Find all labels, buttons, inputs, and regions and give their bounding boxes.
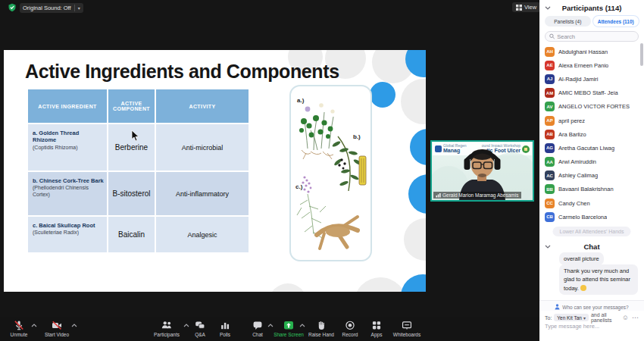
participant-row[interactable]: CC Candy Chen — [545, 196, 640, 210]
avatar-initials: AG — [546, 145, 553, 150]
participants-scrollbar[interactable] — [640, 43, 643, 66]
figure-label-c: c.) — [295, 183, 302, 190]
polls-icon — [219, 320, 231, 331]
avatar: CB — [545, 212, 555, 222]
smile-emoji-icon — [580, 285, 586, 291]
avatar-initials: AB — [546, 132, 553, 136]
participant-row[interactable]: AA Arwi Amiruddin — [545, 155, 640, 169]
botanical-figure-card: a.) b.) c.) — [289, 85, 372, 261]
participant-row[interactable]: AH Abdulghani Hassan — [545, 45, 640, 58]
chat-privacy-note[interactable]: Who can see your messages? — [539, 300, 644, 311]
ingredient-cell: b. Chinese Cork-Tree Bark (Phellodendri … — [28, 172, 107, 215]
audio-level-icon — [436, 192, 441, 198]
search-icon — [549, 33, 555, 39]
raise-hand-icon — [315, 320, 327, 331]
search-input[interactable] — [557, 33, 634, 40]
ingredient-name: b. Chinese Cork-Tree Bark — [33, 177, 104, 184]
whiteboards-button[interactable]: Whiteboards — [385, 320, 429, 337]
ingredients-table: ACTIVE INGREDIENT ACTIVE COMPONENT ACTIV… — [28, 89, 249, 252]
apps-icon — [370, 320, 383, 331]
participants-label: Participants — [154, 332, 180, 337]
avatar: AP — [545, 116, 555, 126]
emoji-picker-icon[interactable]: ☺ — [622, 314, 629, 321]
zoom-meeting-window: Original Sound: Off ▾ View Active Ingred… — [0, 0, 644, 341]
avatar: AE — [545, 61, 555, 70]
participant-row[interactable]: AP april perez — [545, 114, 640, 127]
mic-muted-icon — [13, 320, 25, 331]
ingredient-cell: a. Golden Thread Rhizome (Coptidis Rhizo… — [28, 124, 107, 170]
avatar: AB — [545, 130, 555, 139]
presenter-name: Gerald Marion Maramag Abesamis — [442, 192, 518, 198]
share-screen-icon — [283, 320, 295, 331]
participant-name: Candy Chen — [558, 200, 590, 207]
participant-name-tag: Gerald Marion Maramag Abesamis — [433, 192, 521, 199]
participant-name: Al-Radjid Jamiri — [558, 76, 599, 83]
botanical-illustration — [291, 86, 370, 260]
decorative-circle — [354, 277, 407, 292]
to-label: To: — [545, 315, 552, 321]
presenter-video-tile[interactable]: Global Regen Manag ound Impact Workshop … — [430, 140, 534, 202]
avatar: AV — [545, 102, 555, 111]
security-shield-icon — [8, 3, 17, 12]
chat-recipient-row: To: Yen Kit Tan ▾ and all panelists ☺ ⋯ — [545, 312, 639, 323]
apps-label: Apps — [371, 332, 383, 337]
avatar-initials: AM — [546, 91, 553, 95]
chat-more-icon[interactable]: ⋯ — [632, 314, 639, 321]
participant-row[interactable]: AG Aretha Gacutan Liwag — [545, 141, 640, 155]
avatar-initials: AJ — [547, 77, 553, 81]
unmute-label: Unmute — [11, 332, 28, 337]
participant-row[interactable]: AV ANGELO VICTOR FORTES — [545, 100, 640, 114]
participant-row[interactable]: AC Ashley Calimag — [545, 169, 640, 183]
participant-name: ANGELO VICTOR FORTES — [558, 103, 630, 110]
original-sound-button[interactable]: Original Sound: Off ▾ — [20, 3, 83, 13]
participants-icon — [161, 320, 173, 331]
table-row: b. Chinese Cork-Tree Bark (Phellodendri … — [28, 172, 249, 215]
chat-message-input[interactable] — [545, 323, 639, 330]
view-button[interactable]: View — [512, 2, 540, 12]
start-video-button[interactable]: Start Video — [35, 320, 79, 337]
participant-row[interactable]: AM AMIC MEBO Staff- Jeia — [545, 86, 640, 100]
participant-row[interactable]: AE Alexa Erneen Panio — [545, 58, 640, 72]
ingredient-cell: c. Baical Skullcap Root (Sculleteriae Ra… — [28, 217, 107, 252]
table-body: a. Golden Thread Rhizome (Coptidis Rhizo… — [28, 124, 249, 252]
tab-attendees[interactable]: Attendees (110) — [593, 16, 639, 27]
participant-row[interactable]: CB Carmelo Barcelona — [545, 210, 640, 224]
avatar-initials: AE — [546, 63, 552, 67]
ingredient-latin-name: (Sculleteriae Radix) — [33, 230, 104, 236]
participant-name: Arwi Amiruddin — [558, 158, 596, 165]
activity-cell: Analgesic — [156, 217, 249, 252]
participants-list: AH Abdulghani Hassan AE Alexa Erneen Pan… — [545, 45, 640, 224]
recipient-dropdown[interactable]: Yen Kit Tan ▾ — [554, 314, 589, 321]
start-video-label: Start Video — [45, 332, 69, 337]
ingredient-name: a. Golden Thread Rhizome — [33, 130, 104, 144]
caret-down-icon[interactable]: ▾ — [78, 5, 80, 11]
participant-row[interactable]: BB Bavaani Balakrishnan — [545, 183, 640, 196]
mouse-cursor — [131, 130, 139, 142]
ingredient-name: c. Baical Skullcap Root — [33, 222, 104, 229]
avatar-initials: AH — [546, 49, 553, 54]
avatar: AM — [545, 88, 555, 98]
decorative-circle — [269, 283, 307, 292]
chat-message-text: Thank you very much and glad to attend t… — [564, 267, 630, 292]
recipient-suffix: and all panelists — [591, 312, 620, 323]
table-header-row: ACTIVE INGREDIENT ACTIVE COMPONENT ACTIV… — [28, 89, 249, 123]
participant-row[interactable]: AJ Al-Radjid Jamiri — [545, 72, 640, 86]
decorative-circle — [401, 274, 426, 292]
participant-name: Carmelo Barcelona — [558, 214, 607, 221]
column-header: ACTIVE INGREDIENT — [28, 89, 107, 123]
ingredient-latin-name: (Phellodendri Chinensis Cortex) — [33, 185, 104, 198]
avatar: AA — [545, 157, 555, 167]
component-cell: B-sitosterol — [108, 172, 155, 215]
polls-label: Polls — [220, 332, 230, 337]
avatar: AJ — [545, 74, 555, 84]
recipient-name: Yen Kit Tan — [557, 315, 582, 321]
view-label: View — [524, 4, 536, 11]
whiteboards-label: Whiteboards — [393, 332, 421, 337]
lower-all-hands-button[interactable]: Lower All Attendees' Hands — [552, 227, 630, 236]
ingredient-latin-name: (Coptidis Rhizoma) — [33, 145, 104, 151]
participant-row[interactable]: AB Ara Barlizo — [545, 127, 640, 141]
video-options-chevron[interactable] — [71, 324, 77, 327]
tab-panelists[interactable]: Panelists (4) — [545, 16, 591, 27]
avatar-initials: AP — [546, 118, 552, 123]
participants-search-box[interactable] — [545, 31, 639, 42]
